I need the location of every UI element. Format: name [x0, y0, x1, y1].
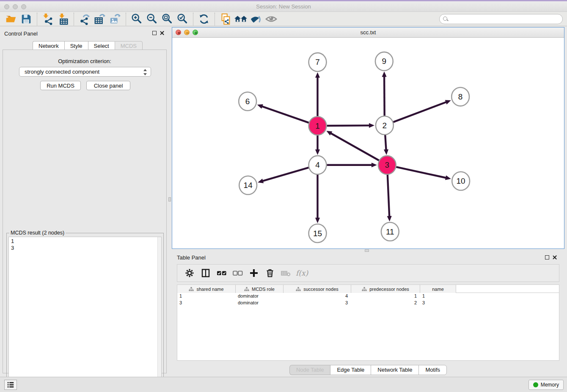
node-11[interactable]: 11: [381, 222, 399, 241]
zoom-selected-button[interactable]: [175, 12, 190, 26]
hide-graphics-details-button[interactable]: [248, 12, 264, 26]
open-session-button[interactable]: [3, 12, 19, 26]
cell-predecessor-nodes[interactable]: 2: [351, 300, 420, 306]
horizontal-splitter-grip[interactable]: [365, 249, 369, 252]
edge-1-4[interactable]: [315, 135, 320, 155]
toggle-columns-button[interactable]: [198, 265, 214, 281]
close-panel-button[interactable]: Close panel: [86, 81, 130, 90]
mcds-tab-content: Optimization criterion: strongly connect…: [3, 50, 167, 373]
node-4[interactable]: 4: [309, 156, 327, 174]
search-field[interactable]: [439, 14, 563, 24]
task-history-button[interactable]: [4, 380, 17, 390]
close-table-panel-icon[interactable]: [552, 255, 557, 260]
network-canvas-svg: 1234678910111415: [172, 38, 564, 248]
column-header-successor-nodes[interactable]: successor nodes: [284, 285, 351, 293]
edge-3-10[interactable]: [396, 167, 451, 180]
cell-successor-nodes[interactable]: 3: [284, 300, 351, 306]
network-window-titlebar[interactable]: scc.txt: [172, 28, 564, 38]
close-panel-icon[interactable]: [160, 30, 165, 36]
export-network-button[interactable]: [77, 12, 92, 26]
tab-node-table[interactable]: Node Table: [289, 365, 330, 375]
toolbar-separator: [126, 13, 126, 25]
float-table-panel-icon[interactable]: [545, 255, 549, 259]
node-7[interactable]: 7: [309, 53, 327, 72]
node-15[interactable]: 15: [309, 224, 327, 243]
cell-name[interactable]: 3: [420, 300, 456, 306]
node-table[interactable]: shared nameMCDS rolesuccessor nodesprede…: [177, 284, 559, 361]
edge-4-15[interactable]: [315, 174, 320, 224]
node-2[interactable]: 2: [376, 116, 394, 135]
save-session-button[interactable]: [19, 12, 34, 26]
cell-predecessor-nodes[interactable]: 1: [351, 293, 420, 300]
first-neighbors-button[interactable]: [233, 12, 248, 26]
open-folder-icon: [5, 13, 17, 25]
edge-2-3[interactable]: [384, 135, 388, 155]
show-graphics-details-button[interactable]: [264, 12, 279, 26]
tab-network-table[interactable]: Network Table: [371, 365, 418, 375]
table-row[interactable]: 1dominator411: [177, 293, 559, 300]
optimization-criterion-value: strongly connected component: [25, 69, 99, 75]
control-panel-header: Control Panel: [0, 30, 169, 38]
float-panel-icon[interactable]: [152, 31, 157, 35]
export-image-button[interactable]: [107, 12, 123, 26]
cell-mcds-role[interactable]: dominator: [236, 300, 284, 306]
edge-4-3[interactable]: [327, 163, 377, 167]
columns-icon: [201, 268, 211, 278]
zoom-out-button[interactable]: [144, 12, 160, 26]
node-10[interactable]: 10: [452, 172, 470, 190]
tab-motifs[interactable]: Motifs: [418, 365, 447, 375]
network-canvas[interactable]: 1234678910111415: [172, 38, 564, 248]
export-table-button[interactable]: [92, 12, 107, 26]
tab-edge-table[interactable]: Edge Table: [330, 365, 371, 375]
add-row-button[interactable]: [246, 265, 262, 281]
cell-successor-nodes[interactable]: 4: [284, 293, 351, 300]
table-body: 1dominator4113dominator323: [177, 293, 559, 306]
column-header-mcds-role[interactable]: MCDS role: [236, 285, 284, 293]
eye-slash-icon: [250, 13, 262, 25]
column-header-shared-name[interactable]: shared name: [177, 285, 236, 293]
select-all-button[interactable]: [214, 265, 230, 281]
memory-button[interactable]: Memory: [528, 380, 564, 390]
node-9[interactable]: 9: [375, 52, 393, 71]
edge-4-14[interactable]: [258, 168, 308, 183]
node-6[interactable]: 6: [239, 92, 256, 110]
import-network-button[interactable]: [40, 12, 55, 26]
delete-rows-button[interactable]: [262, 265, 278, 281]
node-1[interactable]: 1: [309, 116, 327, 135]
node-3[interactable]: 3: [378, 156, 396, 174]
memory-label: Memory: [541, 382, 559, 388]
cell-mcds-role[interactable]: dominator: [236, 293, 284, 300]
edge-1-2[interactable]: [327, 123, 374, 128]
column-header-predecessor-nodes[interactable]: predecessor nodes: [351, 285, 420, 293]
vertical-splitter-grip[interactable]: [168, 197, 171, 202]
table-row[interactable]: 3dominator323: [177, 300, 559, 306]
edge-3-1[interactable]: [326, 131, 379, 160]
table-settings-button[interactable]: [182, 265, 198, 281]
node-label: 6: [245, 97, 250, 106]
node-8[interactable]: 8: [451, 88, 469, 106]
cell-shared-name[interactable]: 1: [177, 293, 236, 300]
column-header-name[interactable]: name: [420, 285, 456, 293]
edge-1-6[interactable]: [257, 104, 309, 123]
search-input[interactable]: [449, 16, 562, 22]
edge-2-8[interactable]: [393, 100, 451, 122]
cell-shared-name[interactable]: 3: [177, 300, 236, 306]
zoom-selected-icon: [176, 13, 189, 25]
duplicate-network-button[interactable]: [218, 12, 233, 26]
hierarchy-icon: [362, 287, 367, 291]
optimization-criterion-select[interactable]: strongly connected component: [19, 67, 151, 77]
node-14[interactable]: 14: [239, 176, 257, 195]
zoom-fit-button[interactable]: [160, 12, 175, 26]
run-mcds-button[interactable]: Run MCDS: [40, 81, 81, 90]
zoom-in-button[interactable]: [129, 12, 144, 26]
mcds-result-text[interactable]: 1 3: [8, 237, 162, 392]
deselect-all-button[interactable]: [230, 265, 246, 281]
refresh-button[interactable]: [196, 12, 212, 26]
edge-1-7[interactable]: [315, 72, 320, 117]
memory-status-icon: [533, 382, 538, 387]
edge-2-9[interactable]: [382, 72, 387, 116]
edge-3-11[interactable]: [387, 174, 392, 222]
cell-name[interactable]: 1: [420, 293, 456, 300]
result-scrollbar[interactable]: [157, 237, 161, 392]
import-table-button[interactable]: [55, 12, 71, 26]
